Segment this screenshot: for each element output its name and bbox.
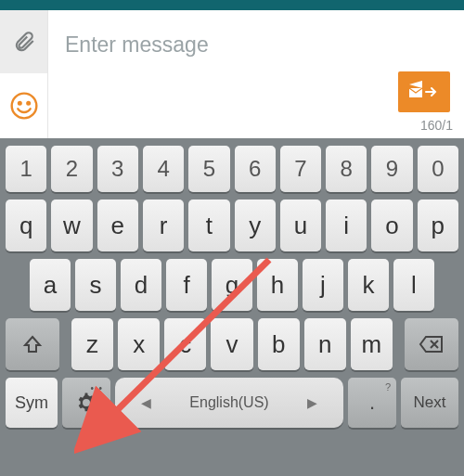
key-row-z-inner: z x c v b n m (64, 318, 400, 370)
key-q[interactable]: q (6, 199, 46, 251)
key-c[interactable]: c (164, 318, 206, 370)
key-6[interactable]: 6 (235, 146, 276, 192)
key-backspace[interactable] (405, 318, 458, 370)
key-b[interactable]: b (258, 318, 300, 370)
key-l[interactable]: l (393, 259, 434, 311)
gear-icon (75, 392, 97, 414)
send-icon (407, 79, 441, 105)
chevron-left-icon: ◀ (141, 395, 151, 410)
key-next[interactable]: Next (401, 378, 458, 428)
key-5[interactable]: 5 (188, 146, 229, 192)
shift-icon (21, 333, 44, 355)
key-4[interactable]: 4 (143, 146, 184, 192)
key-t[interactable]: t (188, 199, 229, 251)
backspace-icon (419, 334, 445, 354)
key-row-bottom: Sym ••• ◀ English(US) ▶ ? . Next (6, 378, 458, 428)
period-label: . (369, 391, 375, 415)
key-f[interactable]: f (166, 259, 207, 311)
key-p[interactable]: p (418, 199, 458, 251)
char-counter: 160/1 (420, 118, 455, 133)
key-row-q: q w e r t y u i o p (6, 199, 458, 251)
compose-area: Enter message 160/1 (0, 10, 464, 138)
key-shift[interactable] (6, 318, 59, 370)
key-j[interactable]: j (303, 259, 343, 311)
key-2[interactable]: 2 (51, 146, 92, 192)
key-h[interactable]: h (257, 259, 298, 311)
period-super: ? (385, 381, 391, 392)
key-row-a: a s d f g h j k l (6, 259, 458, 311)
key-z[interactable]: z (71, 318, 113, 370)
key-7[interactable]: 7 (280, 146, 321, 192)
svg-point-0 (11, 94, 36, 119)
key-u[interactable]: u (280, 199, 321, 251)
key-n[interactable]: n (304, 318, 346, 370)
more-dots-icon: ••• (90, 383, 103, 393)
chevron-right-icon: ▶ (307, 395, 317, 410)
smiley-icon (9, 91, 39, 121)
svg-point-1 (19, 102, 21, 105)
key-1[interactable]: 1 (6, 146, 46, 192)
key-k[interactable]: k (348, 259, 389, 311)
key-r[interactable]: r (143, 199, 184, 251)
key-settings[interactable]: ••• (62, 378, 110, 428)
key-o[interactable]: o (371, 199, 412, 251)
space-label: English(US) (189, 394, 268, 411)
svg-point-2 (27, 102, 30, 105)
compose-right: 160/1 (393, 10, 464, 138)
key-v[interactable]: v (211, 318, 252, 370)
key-row-numbers: 1 2 3 4 5 6 7 8 9 0 (6, 146, 458, 192)
key-w[interactable]: w (51, 199, 92, 251)
key-e[interactable]: e (97, 199, 138, 251)
emoji-button[interactable] (0, 73, 47, 138)
key-space[interactable]: ◀ English(US) ▶ (115, 378, 343, 428)
paperclip-icon (12, 30, 36, 54)
key-0[interactable]: 0 (418, 146, 458, 192)
key-9[interactable]: 9 (371, 146, 412, 192)
key-g[interactable]: g (212, 259, 252, 311)
key-s[interactable]: s (75, 259, 116, 311)
status-bar (0, 0, 464, 10)
key-3[interactable]: 3 (97, 146, 138, 192)
key-y[interactable]: y (235, 199, 276, 251)
compose-sidebar (0, 10, 48, 138)
key-row-z: z x c v b n m (6, 318, 458, 370)
key-i[interactable]: i (326, 199, 367, 251)
message-input[interactable]: Enter message (48, 10, 393, 138)
attach-button[interactable] (0, 10, 47, 73)
message-placeholder: Enter message (65, 32, 377, 58)
key-sym[interactable]: Sym (6, 378, 58, 428)
send-button[interactable] (398, 71, 450, 112)
key-period[interactable]: ? . (348, 378, 396, 428)
key-d[interactable]: d (121, 259, 161, 311)
keyboard: 1 2 3 4 5 6 7 8 9 0 q w e r t y u i o p … (0, 138, 464, 476)
key-m[interactable]: m (351, 318, 393, 370)
key-8[interactable]: 8 (326, 146, 367, 192)
key-a[interactable]: a (30, 259, 71, 311)
key-x[interactable]: x (118, 318, 160, 370)
